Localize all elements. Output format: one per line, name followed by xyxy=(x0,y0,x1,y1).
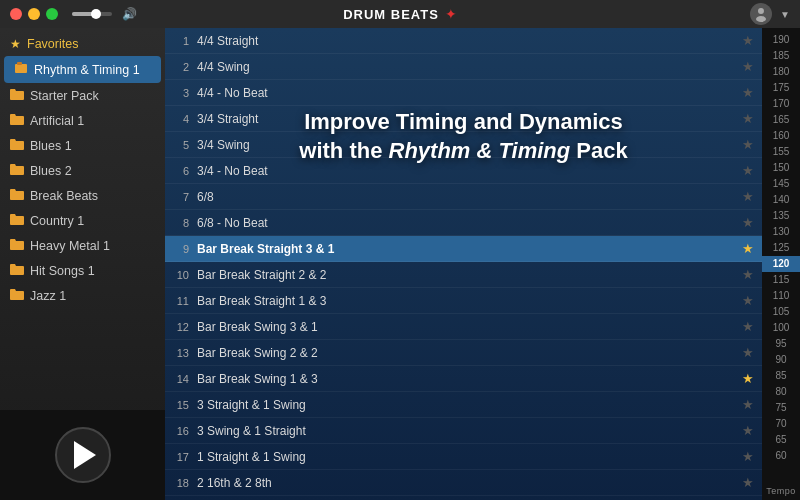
bpm-item[interactable]: 190 xyxy=(762,32,800,48)
track-name: 6/8 - No Beat xyxy=(197,216,742,230)
track-row[interactable]: 76/8★ xyxy=(165,184,762,210)
fullscreen-button[interactable] xyxy=(46,8,58,20)
track-row[interactable]: 13Bar Break Swing 2 & 2★ xyxy=(165,340,762,366)
bpm-item[interactable]: 95 xyxy=(762,336,800,352)
sidebar-item-break-beats[interactable]: Break Beats xyxy=(0,183,165,208)
bpm-item[interactable]: 90 xyxy=(762,352,800,368)
bpm-item[interactable]: 170 xyxy=(762,96,800,112)
track-star-icon[interactable]: ★ xyxy=(742,137,754,152)
bpm-item[interactable]: 70 xyxy=(762,416,800,432)
svg-point-1 xyxy=(756,16,766,22)
bpm-item[interactable]: 60 xyxy=(762,448,800,464)
track-name: 3/4 Straight xyxy=(197,112,742,126)
sidebar-item-label: Jazz 1 xyxy=(30,289,66,303)
track-row[interactable]: 63/4 - No Beat★ xyxy=(165,158,762,184)
bpm-item[interactable]: 65 xyxy=(762,432,800,448)
sidebar-item-artificial-1[interactable]: Artificial 1 xyxy=(0,108,165,133)
bpm-item[interactable]: 130 xyxy=(762,224,800,240)
track-star-icon[interactable]: ★ xyxy=(742,449,754,464)
sidebar-item-heavy-metal-1[interactable]: Heavy Metal 1 xyxy=(0,233,165,258)
minimize-button[interactable] xyxy=(28,8,40,20)
track-number: 9 xyxy=(169,243,197,255)
sidebar-item-favorites[interactable]: ★Favorites xyxy=(0,32,165,56)
star-icon: ★ xyxy=(10,37,21,51)
dropdown-arrow-icon[interactable]: ▼ xyxy=(780,9,790,20)
track-row[interactable]: 171 Straight & 1 Swing★ xyxy=(165,444,762,470)
track-star-icon[interactable]: ★ xyxy=(742,59,754,74)
bpm-item[interactable]: 80 xyxy=(762,384,800,400)
track-star-icon[interactable]: ★ xyxy=(742,163,754,178)
bpm-item[interactable]: 115 xyxy=(762,272,800,288)
bpm-item[interactable]: 125 xyxy=(762,240,800,256)
bpm-item[interactable]: 120 xyxy=(762,256,800,272)
track-row[interactable]: 163 Swing & 1 Straight★ xyxy=(165,418,762,444)
track-row[interactable]: 153 Straight & 1 Swing★ xyxy=(165,392,762,418)
sidebar-item-country-1[interactable]: Country 1 xyxy=(0,208,165,233)
folder-icon xyxy=(10,188,24,203)
track-row[interactable]: 12Bar Break Swing 3 & 1★ xyxy=(165,314,762,340)
user-avatar[interactable] xyxy=(750,3,772,25)
sidebar-item-jazz-1[interactable]: Jazz 1 xyxy=(0,283,165,308)
bpm-item[interactable]: 180 xyxy=(762,64,800,80)
track-number: 14 xyxy=(169,373,197,385)
track-row[interactable]: 53/4 Swing★ xyxy=(165,132,762,158)
track-name: 3 Swing & 1 Straight xyxy=(197,424,742,438)
track-star-icon[interactable]: ★ xyxy=(742,241,754,256)
folder-icon xyxy=(10,113,24,128)
title-bar: 🔊 DRUM BEATS ✦ ▼ xyxy=(0,0,800,28)
track-row[interactable]: 86/8 - No Beat★ xyxy=(165,210,762,236)
bpm-item[interactable]: 165 xyxy=(762,112,800,128)
track-row[interactable]: 11Bar Break Straight 1 & 3★ xyxy=(165,288,762,314)
sidebar-item-rhythm-timing-1[interactable]: Rhythm & Timing 1 xyxy=(4,56,161,83)
bpm-item[interactable]: 145 xyxy=(762,176,800,192)
track-star-icon[interactable]: ★ xyxy=(742,111,754,126)
track-number: 4 xyxy=(169,113,197,125)
bpm-item[interactable]: 140 xyxy=(762,192,800,208)
sidebar-item-starter-pack[interactable]: Starter Pack xyxy=(0,83,165,108)
bpm-item[interactable]: 135 xyxy=(762,208,800,224)
bpm-item[interactable]: 110 xyxy=(762,288,800,304)
bpm-item[interactable]: 160 xyxy=(762,128,800,144)
track-star-icon[interactable]: ★ xyxy=(742,33,754,48)
folder-icon xyxy=(10,288,24,303)
track-row[interactable]: 10Bar Break Straight 2 & 2★ xyxy=(165,262,762,288)
track-star-icon[interactable]: ★ xyxy=(742,293,754,308)
bpm-item[interactable]: 185 xyxy=(762,48,800,64)
track-row[interactable]: 43/4 Straight★ xyxy=(165,106,762,132)
bpm-item[interactable]: 155 xyxy=(762,144,800,160)
sidebar-item-label: Blues 1 xyxy=(30,139,72,153)
track-star-icon[interactable]: ★ xyxy=(742,371,754,386)
track-number: 16 xyxy=(169,425,197,437)
track-number: 13 xyxy=(169,347,197,359)
bpm-item[interactable]: 75 xyxy=(762,400,800,416)
track-row[interactable]: 34/4 - No Beat★ xyxy=(165,80,762,106)
track-star-icon[interactable]: ★ xyxy=(742,215,754,230)
sidebar-item-blues-2[interactable]: Blues 2 xyxy=(0,158,165,183)
track-star-icon[interactable]: ★ xyxy=(742,423,754,438)
close-button[interactable] xyxy=(10,8,22,20)
track-star-icon[interactable]: ★ xyxy=(742,397,754,412)
play-button[interactable] xyxy=(55,427,111,483)
track-star-icon[interactable]: ★ xyxy=(742,475,754,490)
bpm-item[interactable]: 100 xyxy=(762,320,800,336)
track-row[interactable]: 182 16th & 2 8th★ xyxy=(165,470,762,496)
bpm-item[interactable]: 175 xyxy=(762,80,800,96)
sidebar-item-hit-songs-1[interactable]: Hit Songs 1 xyxy=(0,258,165,283)
bpm-item[interactable]: 105 xyxy=(762,304,800,320)
bpm-item[interactable]: 85 xyxy=(762,368,800,384)
track-row[interactable]: 24/4 Swing★ xyxy=(165,54,762,80)
track-row[interactable]: 9Bar Break Straight 3 & 1★ xyxy=(165,236,762,262)
track-star-icon[interactable]: ★ xyxy=(742,319,754,334)
track-row[interactable]: 14/4 Straight★ xyxy=(165,28,762,54)
svg-point-0 xyxy=(758,8,764,14)
track-star-icon[interactable]: ★ xyxy=(742,189,754,204)
bpm-item[interactable]: 150 xyxy=(762,160,800,176)
svg-rect-2 xyxy=(15,64,27,73)
main-content: ★FavoritesRhythm & Timing 1Starter PackA… xyxy=(0,28,800,500)
track-star-icon[interactable]: ★ xyxy=(742,345,754,360)
track-name: Bar Break Straight 3 & 1 xyxy=(197,242,742,256)
sidebar-item-blues-1[interactable]: Blues 1 xyxy=(0,133,165,158)
track-row[interactable]: 14Bar Break Swing 1 & 3★ xyxy=(165,366,762,392)
track-star-icon[interactable]: ★ xyxy=(742,85,754,100)
track-star-icon[interactable]: ★ xyxy=(742,267,754,282)
